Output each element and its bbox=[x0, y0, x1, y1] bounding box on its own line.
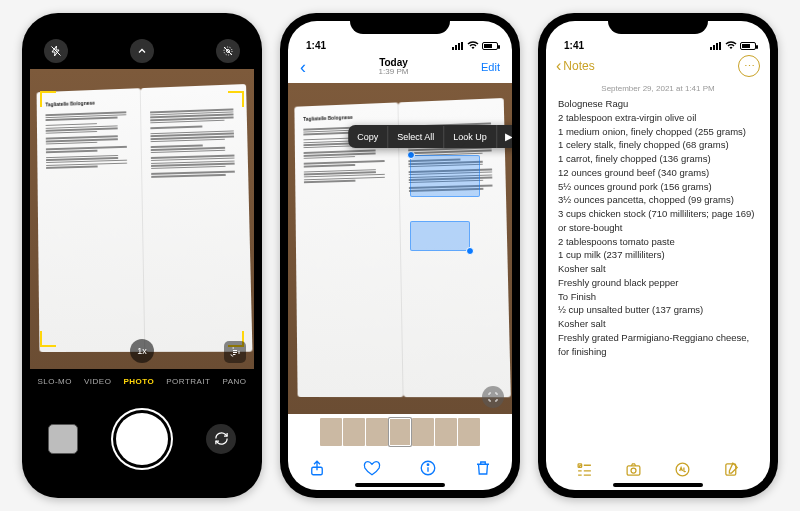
svg-point-19 bbox=[631, 468, 636, 473]
status-time: 1:41 bbox=[564, 40, 584, 51]
camera-viewfinder[interactable]: Tagliatelle Bolognese bbox=[30, 69, 254, 369]
status-time: 1:41 bbox=[306, 40, 326, 51]
note-line: 1 celery stalk, finely chopped (68 grams… bbox=[558, 138, 758, 152]
camera-mode-row[interactable]: SLO-MO VIDEO PHOTO PORTRAIT PANO bbox=[30, 369, 254, 393]
flash-icon[interactable] bbox=[44, 39, 68, 63]
note-line: To Finish bbox=[558, 290, 758, 304]
note-line: Freshly grated Parmigiano-Reggiano chees… bbox=[558, 331, 758, 359]
notch bbox=[92, 13, 192, 34]
notes-app-screen: 1:41 ‹ Notes ⋯ September 29, 2021 at 1:4… bbox=[546, 21, 770, 490]
note-line: 1 medium onion, finely chopped (255 gram… bbox=[558, 125, 758, 139]
svg-line-3 bbox=[224, 47, 232, 55]
trash-icon[interactable] bbox=[474, 459, 492, 481]
note-line: 12 ounces ground beef (340 grams) bbox=[558, 166, 758, 180]
mode-photo[interactable]: PHOTO bbox=[123, 377, 154, 386]
live-text-icon[interactable] bbox=[224, 341, 246, 363]
notch bbox=[608, 13, 708, 34]
live-text-scan-icon[interactable] bbox=[482, 386, 504, 408]
svg-rect-18 bbox=[627, 465, 640, 474]
photo-title: Today 1:39 PM bbox=[379, 57, 409, 77]
note-body[interactable]: Bolognese Ragu2 tablespoon extra-virgin … bbox=[546, 97, 770, 452]
recipe-title-page: Tagliatelle Bolognese bbox=[45, 98, 130, 108]
phone-camera: Tagliatelle Bolognese bbox=[22, 13, 262, 498]
look-up-button[interactable]: Look Up bbox=[443, 126, 496, 148]
select-all-button[interactable]: Select All bbox=[387, 126, 443, 148]
home-indicator[interactable] bbox=[355, 483, 445, 487]
phone-notes: 1:41 ‹ Notes ⋯ September 29, 2021 at 1:4… bbox=[538, 13, 778, 498]
home-indicator[interactable] bbox=[613, 483, 703, 487]
notch bbox=[350, 13, 450, 34]
back-button[interactable]: ‹ bbox=[300, 57, 306, 78]
note-line: 3 cups chicken stock (710 milliliters; p… bbox=[558, 207, 758, 235]
note-line: Kosher salt bbox=[558, 317, 758, 331]
note-line: 2 tablespoons tomato paste bbox=[558, 235, 758, 249]
zoom-level-button[interactable]: 1x bbox=[130, 339, 154, 363]
photos-app-screen: 1:41 ‹ Today 1:39 PM Edit Tagliatelle Bo… bbox=[288, 21, 512, 490]
filmstrip-thumb[interactable] bbox=[458, 418, 480, 446]
checklist-icon[interactable] bbox=[576, 461, 593, 482]
scan-corner-icon bbox=[40, 331, 56, 347]
filmstrip-thumb[interactable] bbox=[412, 418, 434, 446]
filmstrip-thumb[interactable] bbox=[343, 418, 365, 446]
notes-navbar: ‹ Notes ⋯ bbox=[546, 51, 770, 81]
note-timestamp: September 29, 2021 at 1:41 PM bbox=[546, 81, 770, 97]
camera-chevron-up-icon[interactable] bbox=[130, 39, 154, 63]
photo-navbar: ‹ Today 1:39 PM Edit bbox=[288, 51, 512, 83]
wifi-icon bbox=[725, 40, 737, 51]
last-photo-thumbnail[interactable] bbox=[48, 424, 78, 454]
mode-pano[interactable]: PANO bbox=[223, 377, 247, 386]
selection-handle[interactable] bbox=[466, 247, 474, 255]
mode-slomo[interactable]: SLO-MO bbox=[37, 377, 72, 386]
text-popover: Copy Select All Look Up ▶ bbox=[348, 125, 512, 148]
cellular-icon bbox=[452, 42, 464, 50]
photo-filmstrip[interactable] bbox=[288, 414, 512, 450]
mode-video[interactable]: VIDEO bbox=[84, 377, 111, 386]
note-line: Bolognese Ragu bbox=[558, 97, 758, 111]
filmstrip-thumb-current[interactable] bbox=[389, 418, 411, 446]
text-selection[interactable] bbox=[410, 221, 470, 251]
recipe-title-page: Tagliatelle Bolognese bbox=[303, 113, 388, 123]
notes-back-button[interactable]: ‹ Notes bbox=[556, 57, 595, 75]
note-line: 2 tablespoon extra-virgin olive oil bbox=[558, 111, 758, 125]
text-selection[interactable] bbox=[410, 155, 480, 197]
filmstrip-thumb[interactable] bbox=[320, 418, 342, 446]
camera-icon[interactable] bbox=[625, 461, 642, 482]
cellular-icon bbox=[710, 42, 722, 50]
popover-more-icon[interactable]: ▶ bbox=[496, 125, 512, 148]
chevron-left-icon: ‹ bbox=[556, 57, 561, 75]
battery-icon bbox=[482, 42, 498, 50]
svg-point-11 bbox=[427, 464, 429, 466]
note-line: ½ cup unsalted butter (137 grams) bbox=[558, 303, 758, 317]
photo-viewer[interactable]: Tagliatelle Bolognese bbox=[288, 83, 512, 414]
filmstrip-thumb[interactable] bbox=[435, 418, 457, 446]
phone-photos: 1:41 ‹ Today 1:39 PM Edit Tagliatelle Bo… bbox=[280, 13, 520, 498]
battery-icon bbox=[740, 42, 756, 50]
filmstrip-thumb[interactable] bbox=[366, 418, 388, 446]
markup-icon[interactable] bbox=[674, 461, 691, 482]
edit-button[interactable]: Edit bbox=[481, 61, 500, 73]
camera-flip-icon[interactable] bbox=[206, 424, 236, 454]
more-options-icon[interactable]: ⋯ bbox=[738, 55, 760, 77]
scan-corner-icon bbox=[228, 91, 244, 107]
note-line: 1 cup milk (237 milliliters) bbox=[558, 248, 758, 262]
share-icon[interactable] bbox=[308, 459, 326, 481]
shutter-button[interactable] bbox=[116, 413, 168, 465]
camera-app-screen: Tagliatelle Bolognese bbox=[30, 21, 254, 490]
note-line: Kosher salt bbox=[558, 262, 758, 276]
live-photo-icon[interactable] bbox=[216, 39, 240, 63]
copy-button[interactable]: Copy bbox=[348, 126, 387, 148]
status-icons bbox=[452, 40, 498, 51]
camera-controls bbox=[30, 393, 254, 490]
compose-icon[interactable] bbox=[723, 461, 740, 482]
info-icon[interactable] bbox=[419, 459, 437, 481]
heart-icon[interactable] bbox=[363, 459, 381, 481]
note-line: 1 carrot, finely chopped (136 grams) bbox=[558, 152, 758, 166]
book-photo: Tagliatelle Bolognese bbox=[37, 84, 253, 352]
note-line: Freshly ground black pepper bbox=[558, 276, 758, 290]
wifi-icon bbox=[467, 40, 479, 51]
scan-corner-icon bbox=[40, 91, 56, 107]
note-line: 3½ ounces pancetta, chopped (99 grams) bbox=[558, 193, 758, 207]
status-icons bbox=[710, 40, 756, 51]
selection-handle[interactable] bbox=[407, 151, 415, 159]
mode-portrait[interactable]: PORTRAIT bbox=[166, 377, 210, 386]
